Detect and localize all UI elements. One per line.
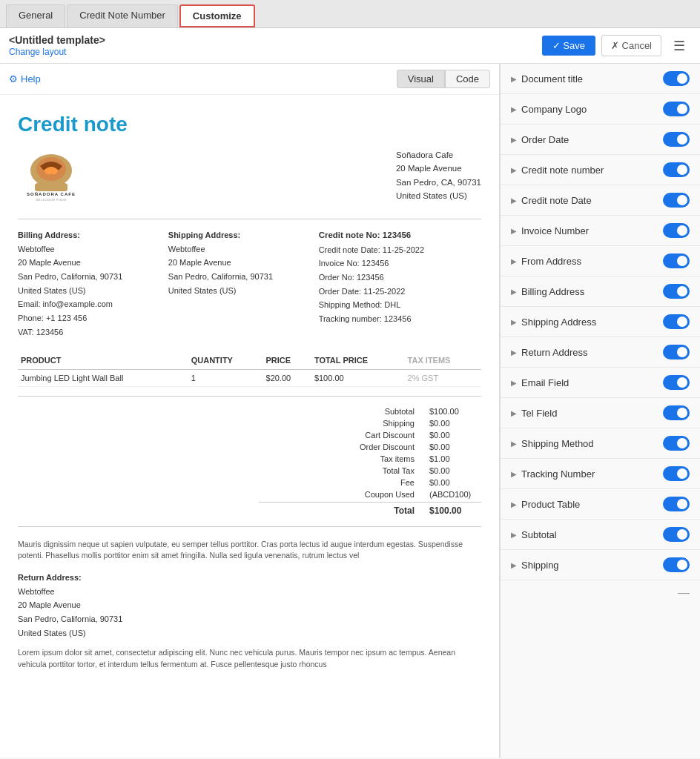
panel-item-label-shipping-address[interactable]: ▶ Shipping Address	[511, 316, 596, 328]
menu-button[interactable]: ☰	[667, 35, 691, 57]
visual-button[interactable]: Visual	[397, 70, 445, 88]
footer-text-2: Lorem ipsum dolor sit amet, consectetur …	[18, 647, 481, 671]
panel-label-text: Billing Address	[521, 286, 584, 297]
toggle-order-date[interactable]	[663, 132, 690, 147]
toggle-slider	[663, 223, 690, 238]
save-button[interactable]: ✓ Save	[542, 36, 595, 56]
toggle-invoice-number[interactable]	[663, 223, 690, 238]
toggle-subtotal[interactable]	[663, 527, 690, 542]
change-layout-link[interactable]: Change layout	[9, 47, 66, 57]
toggle-tracking-number[interactable]	[663, 466, 690, 481]
toggle-slider	[663, 253, 690, 268]
tab-credit-note-number[interactable]: Credit Note Number	[67, 4, 178, 27]
toggle-shipping[interactable]	[663, 557, 690, 572]
shipping-address-title: Shipping Address:	[168, 231, 240, 239]
chevron-icon: ▶	[511, 409, 517, 417]
chevron-icon: ▶	[511, 288, 517, 296]
order-info-invoice: Invoice No: 123456	[319, 259, 389, 268]
document-preview: Credit note	[0, 95, 499, 689]
chevron-icon: ▶	[511, 440, 517, 448]
billing-address-block: Billing Address: Webtoffee 20 Maple Aven…	[18, 228, 153, 339]
panel-item-label-product-table[interactable]: ▶ Product Table	[511, 499, 580, 510]
cart-discount-value: $0.00	[429, 431, 481, 440]
toggle-shipping-method[interactable]	[663, 436, 690, 451]
return-country: United States (US)	[18, 629, 86, 637]
tax-items-value: $1.00	[429, 454, 481, 463]
panel-item-label-email-field[interactable]: ▶ Email Field	[511, 377, 569, 388]
panel-item-label-invoice-number[interactable]: ▶ Invoice Number	[511, 225, 589, 236]
chevron-icon: ▶	[511, 105, 517, 113]
billing-phone: Phone: +1 123 456	[18, 314, 87, 322]
panel-item-label-document-title[interactable]: ▶ Document title	[511, 73, 583, 84]
panel-item-label-billing-address[interactable]: ▶ Billing Address	[511, 286, 584, 297]
toggle-document-title[interactable]	[663, 71, 690, 86]
toggle-slider	[663, 314, 690, 329]
shipping-city: San Pedro, California, 90731	[168, 272, 273, 281]
panel-item-label-return-address[interactable]: ▶ Return Address	[511, 347, 588, 358]
toggle-slider	[663, 102, 690, 116]
panel-label-text: Document title	[521, 73, 583, 84]
divider-3	[18, 526, 481, 527]
help-icon: ⚙	[9, 73, 18, 84]
panel-item-subtotal: ▶ Subtotal	[501, 520, 700, 550]
panel-label-text: Invoice Number	[521, 225, 589, 236]
help-label: Help	[21, 73, 41, 84]
row-product: Jumbing LED Light Wall Ball	[18, 369, 188, 386]
panel-item-label-tel-field[interactable]: ▶ Tel Field	[511, 408, 557, 419]
toggle-billing-address[interactable]	[663, 284, 690, 299]
col-total-price: TOTAL PRICE	[311, 351, 405, 370]
billing-name: Webtoffee	[18, 245, 55, 253]
billing-vat: VAT: 123456	[18, 328, 63, 337]
toggle-slider	[663, 405, 690, 420]
total-row: Total $100.00	[259, 502, 481, 517]
chevron-icon: ▶	[511, 257, 517, 265]
panel-item-shipping: ▶ Shipping	[501, 550, 700, 580]
tab-customize[interactable]: Customize	[179, 4, 255, 27]
toggle-slider	[663, 527, 690, 542]
toggle-email-field[interactable]	[663, 375, 690, 390]
code-button[interactable]: Code	[445, 70, 490, 88]
toggle-slider	[663, 193, 690, 208]
toggle-slider	[663, 345, 690, 359]
tab-general[interactable]: General	[6, 4, 65, 27]
panel-item-label-company-logo[interactable]: ▶ Company Logo	[511, 104, 587, 115]
panel-item-tracking-number: ▶ Tracking Number	[501, 459, 700, 489]
panel-item-billing-address: ▶ Billing Address	[501, 276, 700, 307]
toggle-company-logo[interactable]	[663, 102, 690, 116]
header-left: <Untitled template> Change layout	[9, 34, 105, 57]
toggle-credit-note-date[interactable]	[663, 193, 690, 208]
toggle-slider	[663, 375, 690, 390]
toggle-return-address[interactable]	[663, 345, 690, 359]
toggle-shipping-address[interactable]	[663, 314, 690, 329]
toggle-tel-field[interactable]	[663, 405, 690, 420]
return-address1: 20 Maple Avenue	[18, 600, 81, 609]
chevron-icon: ▶	[511, 500, 517, 508]
panel-item-tel-field: ▶ Tel Field	[501, 398, 700, 428]
panel-item-label-order-date[interactable]: ▶ Order Date	[511, 134, 569, 145]
company-info: Soñadora Cafe 20 Maple Avenue San Pedro,…	[396, 148, 481, 204]
view-toggle: Visual Code	[397, 70, 490, 88]
panel-label-text: Email Field	[521, 377, 569, 388]
billing-email: Email: info@example.com	[18, 299, 113, 308]
order-info-tracking: Tracking number: 123456	[319, 314, 412, 323]
company-address3: United States (US)	[396, 189, 481, 202]
template-title: <Untitled template>	[9, 34, 105, 46]
toggle-product-table[interactable]	[663, 497, 690, 511]
panel-item-label-subtotal[interactable]: ▶ Subtotal	[511, 529, 557, 540]
cancel-button[interactable]: ✗ Cancel	[601, 35, 661, 56]
panel-label-text: Shipping	[521, 560, 559, 571]
toolbar-bar: ⚙ Help Visual Code	[0, 64, 499, 95]
billing-city: San Pedro, California, 90731	[18, 272, 122, 281]
toggle-from-address[interactable]	[663, 253, 690, 268]
panel-item-label-credit-note-date[interactable]: ▶ Credit note Date	[511, 195, 592, 206]
chevron-icon: ▶	[511, 348, 517, 357]
panel-item-label-shipping[interactable]: ▶ Shipping	[511, 560, 559, 571]
shipping-row: Shipping $0.00	[259, 417, 481, 429]
total-tax-value: $0.00	[429, 466, 481, 475]
toggle-credit-note-number[interactable]	[663, 162, 690, 177]
panel-item-label-shipping-method[interactable]: ▶ Shipping Method	[511, 438, 594, 449]
panel-item-label-credit-note-number[interactable]: ▶ Credit note number	[511, 165, 604, 176]
panel-item-label-tracking-number[interactable]: ▶ Tracking Number	[511, 468, 595, 480]
panel-item-label-from-address[interactable]: ▶ From Address	[511, 256, 581, 267]
help-button[interactable]: ⚙ Help	[9, 73, 41, 84]
